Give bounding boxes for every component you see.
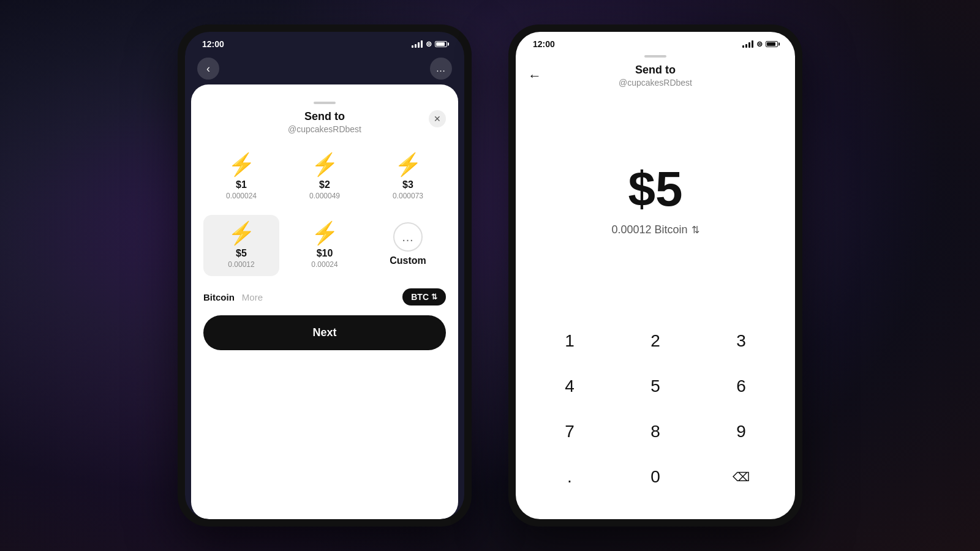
amount-usd-3: $3: [402, 179, 413, 190]
battery-icon: [435, 41, 447, 47]
numpad-key-dot[interactable]: .: [528, 455, 611, 498]
btc-toggle-label: BTC: [411, 292, 429, 302]
big-amount-value: $5: [628, 165, 683, 214]
amount-btc-3: 0.000073: [393, 192, 423, 200]
amount-usd-5: $5: [236, 248, 247, 259]
left-phone-content: 12:00 ⊜: [185, 32, 464, 519]
send-card: Send to @cupcakesRDbest ✕ ⚡ $1 0.000: [191, 84, 458, 519]
numpad-row-2: 4 5 6: [528, 365, 783, 408]
lightning-icon-5: ⚡: [228, 222, 255, 244]
amount-btc-1: 0.000024: [226, 192, 257, 200]
btc-amount-display: 0.00012 Bitcoin ⇅: [611, 223, 699, 236]
amount-item-10[interactable]: ⚡ $10 0.00024: [287, 215, 363, 276]
numpad-key-2[interactable]: 2: [614, 320, 697, 362]
lightning-icon-1: ⚡: [228, 154, 255, 176]
swap-arrows-icon: ⇅: [431, 293, 437, 301]
numpad-key-5[interactable]: 5: [614, 365, 697, 408]
amount-btc-2: 0.000049: [309, 192, 340, 200]
right-signal-icon: [742, 40, 753, 48]
left-time: 12:00: [202, 39, 224, 49]
right-back-button[interactable]: ←: [528, 68, 541, 84]
numpad: 1 2 3 4 5 6 7 8 9: [516, 313, 795, 519]
amount-usd-1: $1: [236, 179, 247, 190]
amount-grid: ⚡ $1 0.000024 ⚡ $2 0.000049: [203, 146, 446, 276]
numpad-key-3[interactable]: 3: [699, 320, 783, 362]
amount-item-custom[interactable]: … Custom: [370, 215, 446, 276]
numpad-key-backspace[interactable]: ⌫: [699, 455, 783, 498]
recipient-label: @cupcakesRDbest: [288, 124, 361, 134]
left-phone-screen: 12:00 ⊜: [185, 32, 464, 519]
amount-item-3[interactable]: ⚡ $3 0.000073: [370, 146, 446, 208]
right-swap-icon[interactable]: ⇅: [692, 224, 699, 236]
lightning-icon-2: ⚡: [311, 154, 339, 176]
btc-amount-value: 0.00012 Bitcoin: [611, 223, 687, 236]
left-top-nav: ‹ …: [185, 53, 464, 84]
right-phone-screen: 12:00 ⊜: [516, 32, 795, 519]
numpad-key-1[interactable]: 1: [528, 320, 611, 362]
back-button[interactable]: ‹: [197, 58, 219, 80]
left-status-bar: 12:00 ⊜: [185, 32, 464, 53]
wifi-icon: ⊜: [426, 40, 432, 48]
close-button[interactable]: ✕: [429, 110, 446, 127]
numpad-row-1: 1 2 3: [528, 320, 783, 362]
right-recipient-label: @cupcakesRDbest: [619, 78, 692, 88]
currency-row: Bitcoin More BTC ⇅: [203, 288, 446, 305]
numpad-key-9[interactable]: 9: [699, 410, 783, 453]
right-wifi-icon: ⊜: [756, 40, 763, 48]
amount-usd-2: $2: [319, 179, 330, 190]
right-status-icons: ⊜: [742, 40, 778, 48]
left-phone-chrome: 12:00 ⊜: [178, 24, 472, 527]
custom-dots-icon: …: [393, 222, 423, 252]
right-battery-icon: [766, 41, 778, 47]
numpad-row-4: . 0 ⌫: [528, 455, 783, 498]
scene: 12:00 ⊜: [0, 0, 980, 551]
currency-tabs: Bitcoin More: [203, 292, 263, 302]
next-button-label: Next: [312, 326, 336, 339]
card-header: Send to @cupcakesRDbest ✕: [203, 110, 446, 134]
right-phone: 12:00 ⊜: [508, 24, 802, 527]
right-status-bar: 12:00 ⊜: [516, 32, 795, 53]
send-to-label: Send to: [288, 110, 361, 123]
numpad-key-7[interactable]: 7: [528, 410, 611, 453]
right-send-to-label: Send to: [619, 64, 692, 77]
drag-handle: [314, 102, 336, 104]
bitcoin-tab[interactable]: Bitcoin: [203, 292, 235, 302]
more-button[interactable]: …: [430, 58, 452, 80]
numpad-key-0[interactable]: 0: [614, 455, 697, 498]
amount-item-2[interactable]: ⚡ $2 0.000049: [287, 146, 363, 208]
left-phone: 12:00 ⊜: [178, 24, 472, 527]
numpad-key-8[interactable]: 8: [614, 410, 697, 453]
btc-toggle[interactable]: BTC ⇅: [402, 288, 446, 305]
lightning-icon-3: ⚡: [394, 154, 422, 176]
right-phone-content: 12:00 ⊜: [516, 32, 795, 519]
numpad-key-6[interactable]: 6: [699, 365, 783, 408]
right-header: ← Send to @cupcakesRDbest: [516, 58, 795, 88]
custom-label: Custom: [390, 255, 426, 266]
right-title: Send to @cupcakesRDbest: [619, 64, 692, 88]
amount-btc-5: 0.00012: [228, 260, 254, 269]
numpad-row-3: 7 8 9: [528, 410, 783, 453]
amount-display: $5 0.00012 Bitcoin ⇅: [516, 88, 795, 313]
amount-btc-10: 0.00024: [311, 260, 337, 269]
amount-item-5[interactable]: ⚡ $5 0.00012: [203, 215, 279, 276]
left-status-icons: ⊜: [412, 40, 447, 48]
next-button[interactable]: Next: [203, 315, 446, 350]
right-phone-chrome: 12:00 ⊜: [508, 24, 802, 527]
amount-usd-10: $10: [317, 248, 333, 259]
right-time: 12:00: [533, 39, 555, 49]
lightning-icon-10: ⚡: [311, 222, 339, 244]
more-tab[interactable]: More: [242, 292, 263, 302]
numpad-key-4[interactable]: 4: [528, 365, 611, 408]
amount-item-1[interactable]: ⚡ $1 0.000024: [203, 146, 279, 208]
signal-icon: [412, 40, 423, 48]
card-title: Send to @cupcakesRDbest: [288, 110, 361, 134]
